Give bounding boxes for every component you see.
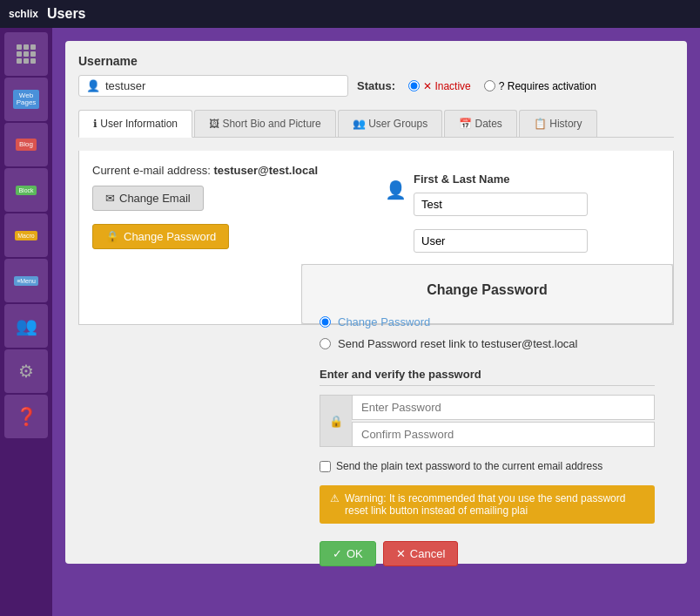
first-last-name-group: 👤 First & Last Name (385, 173, 660, 253)
enter-password-row: 🔒 (320, 395, 655, 447)
tab-history[interactable]: 📋 History (519, 110, 597, 137)
option-send-reset[interactable]: Send Password reset link to testuser@tes… (320, 337, 655, 350)
status-row: Status: ✕ Inactive ? Requires activation (357, 79, 596, 92)
tab-user-groups[interactable]: 👥 User Groups (338, 110, 442, 137)
lock-icon: 🔒 (329, 415, 343, 428)
send-plain-option[interactable]: Send the plain text password to the curr… (320, 460, 655, 472)
calendar-icon: 📅 (459, 118, 475, 130)
person-icon: 👤 (385, 179, 407, 200)
envelope-icon: ✉ (105, 192, 115, 205)
app-logo: schlix (9, 8, 38, 20)
help-icon: ❓ (16, 406, 37, 427)
tab-dates[interactable]: 📅 Dates (444, 110, 517, 137)
warning-icon: ⚠ (330, 492, 340, 504)
current-email-text: Current e-mail address: testuser@test.lo… (92, 164, 367, 177)
sidebar-item-people[interactable]: 👥 (4, 304, 48, 348)
sidebar-item-blog[interactable]: Blog (4, 123, 48, 166)
image-icon: 🖼 (209, 118, 222, 130)
tab-short-bio[interactable]: 🖼 Short Bio and Picture (194, 110, 336, 137)
sidebar-item-menu[interactable]: ≡Menu (4, 259, 48, 302)
status-requires-radio[interactable] (484, 80, 495, 91)
main-layout: WebPages Blog Block Macro ≡Menu 👥 ⚙ ❓ Us… (0, 28, 700, 616)
content-area: Username 👤 Status: ✕ Inactive ? Requires… (65, 41, 687, 564)
sidebar-item-macro[interactable]: Macro (4, 213, 48, 257)
username-label: Username (78, 54, 674, 68)
tab-user-information[interactable]: ℹ User Information (78, 110, 192, 138)
warning-text: Warning: It is recommended that you use … (345, 492, 644, 517)
people-icon: 👥 (16, 315, 37, 336)
current-email-value: testuser@test.local (213, 164, 318, 177)
enter-password-input[interactable] (352, 395, 655, 420)
change-password-modal: Change Password Change Password Send Pas… (301, 264, 673, 324)
last-name-input[interactable] (414, 229, 588, 253)
user-icon: 👤 (86, 79, 100, 92)
status-requires-label: ? Requires activation (499, 80, 596, 92)
right-col: 👤 First & Last Name (385, 164, 660, 253)
first-last-name-label: First & Last Name (414, 173, 588, 186)
password-section: Enter and verify the password 🔒 (320, 368, 655, 447)
status-inactive-radio[interactable] (408, 80, 420, 91)
lock-icon-box: 🔒 (320, 395, 352, 447)
users-icon: 👥 (353, 118, 368, 130)
status-label: Status: (357, 79, 395, 92)
username-row: 👤 Status: ✕ Inactive ? Requires activati… (78, 75, 674, 97)
name-fields: First & Last Name (414, 173, 588, 253)
status-inactive-option[interactable]: ✕ Inactive (408, 80, 471, 92)
email-section: Current e-mail address: testuser@test.lo… (92, 164, 367, 211)
top-bar: schlix Users (0, 0, 700, 28)
sidebar: WebPages Blog Block Macro ≡Menu 👥 ⚙ ❓ (0, 28, 52, 616)
tab-content: Current e-mail address: testuser@test.lo… (78, 151, 674, 325)
option-change-password[interactable]: Change Password (320, 315, 655, 328)
sidebar-item-help[interactable]: ❓ (4, 395, 48, 438)
option-send-reset-radio[interactable] (320, 338, 331, 349)
main-content: Username 👤 Status: ✕ Inactive ? Requires… (52, 28, 700, 616)
modal-title: Change Password (320, 282, 655, 298)
page-title: Users (47, 6, 85, 22)
status-inactive-label: ✕ Inactive (423, 80, 471, 92)
send-plain-checkbox[interactable] (320, 461, 331, 472)
username-input-wrapper: 👤 (78, 75, 348, 97)
sidebar-item-grid[interactable] (4, 32, 48, 76)
history-icon: 📋 (534, 118, 549, 130)
warning-box: ⚠ Warning: It is recommended that you us… (320, 485, 655, 524)
left-col: Current e-mail address: testuser@test.lo… (92, 164, 367, 253)
gear-icon: ⚙ (18, 361, 34, 382)
sidebar-item-blocks[interactable]: Block (4, 168, 48, 212)
x-icon: ✕ (396, 547, 406, 560)
modal-overlay: Change Password Change Password Send Pas… (301, 264, 673, 324)
change-password-button[interactable]: 🔒 Change Password (92, 224, 229, 249)
modal-buttons: ✓ OK ✕ Cancel (320, 541, 655, 566)
change-email-button[interactable]: ✉ Change Email (92, 186, 204, 211)
status-requires-option[interactable]: ? Requires activation (484, 80, 596, 92)
ok-button[interactable]: ✓ OK (320, 541, 376, 566)
sidebar-item-webpages[interactable]: WebPages (4, 78, 48, 121)
first-name-input[interactable] (414, 193, 588, 216)
tabs: ℹ User Information 🖼 Short Bio and Pictu… (78, 110, 674, 138)
password-section-label: Enter and verify the password (320, 368, 655, 386)
option-change-password-radio[interactable] (320, 316, 331, 328)
two-col-layout: Current e-mail address: testuser@test.lo… (92, 164, 660, 253)
username-input[interactable] (105, 79, 314, 92)
cancel-button[interactable]: ✕ Cancel (383, 541, 458, 566)
send-plain-label: Send the plain text password to the curr… (336, 460, 602, 472)
confirm-password-input[interactable] (352, 422, 655, 447)
sidebar-item-gear[interactable]: ⚙ (4, 349, 48, 393)
check-icon: ✓ (333, 547, 342, 560)
lock-icon: 🔒 (105, 230, 119, 243)
